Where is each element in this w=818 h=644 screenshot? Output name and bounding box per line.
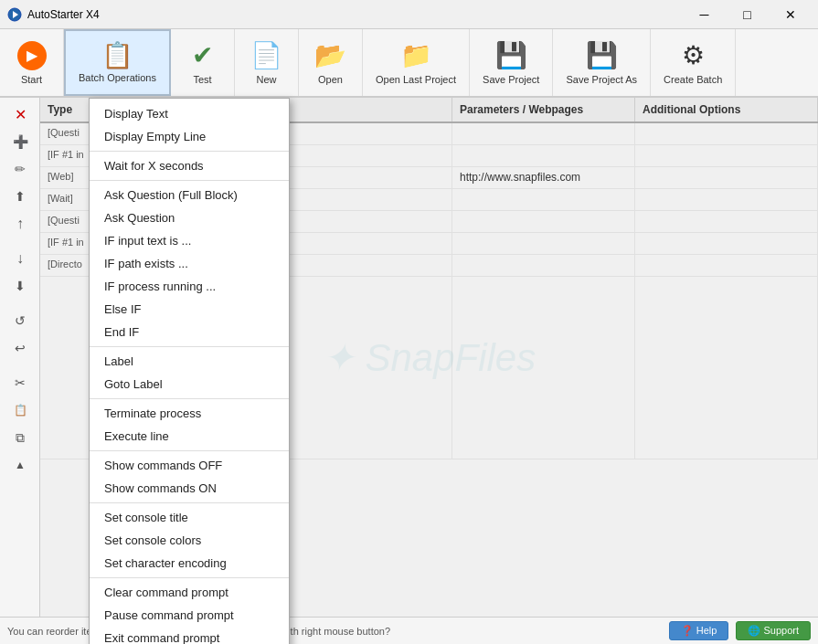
- maximize-button[interactable]: □: [727, 5, 768, 25]
- row-params: [452, 189, 635, 210]
- start-icon: ▶: [17, 41, 47, 70]
- create-batch-label: Create Batch: [664, 74, 722, 85]
- new-button[interactable]: 📄 New: [235, 29, 299, 96]
- paste-button[interactable]: 📋: [4, 397, 37, 423]
- open-last-label: Open Last Project: [376, 74, 456, 85]
- title-bar: AutoStarter X4 ─ □ ✕: [0, 0, 818, 29]
- test-button[interactable]: ✔ Test: [171, 29, 235, 96]
- menu-item-goto-label[interactable]: Goto Label: [90, 373, 289, 396]
- menu-item-wait-x-seconds[interactable]: Wait for X seconds: [90, 154, 289, 177]
- app-icon: [7, 7, 22, 22]
- menu-item-ask-question[interactable]: Ask Question: [90, 206, 289, 229]
- menu-item-exit-command-prompt[interactable]: Exit command prompt: [90, 627, 289, 644]
- support-button[interactable]: 🌐 Support: [736, 621, 811, 640]
- menu-item-if-path-exists[interactable]: IF path exists ...: [90, 252, 289, 275]
- create-batch-button[interactable]: ⚙ Create Batch: [651, 29, 736, 96]
- window-controls: ─ □ ✕: [684, 5, 811, 25]
- row-options: [635, 233, 818, 254]
- row-options: [635, 167, 818, 188]
- delete-row-button[interactable]: ✕: [4, 101, 37, 127]
- row-params: http://www.snapfiles.com: [452, 167, 635, 188]
- clone-button[interactable]: ⧉: [4, 425, 37, 450]
- new-label: New: [256, 74, 276, 85]
- open-last-icon: 📁: [400, 40, 432, 70]
- menu-item-show-commands-off[interactable]: Show commands OFF: [90, 454, 289, 477]
- save-as-button[interactable]: 💾 Save Project As: [553, 29, 651, 96]
- edit-row-button[interactable]: ✏: [4, 156, 37, 182]
- menu-item-display-empty-line[interactable]: Display Empty Line: [90, 125, 289, 148]
- menu-item-terminate-process[interactable]: Terminate process: [90, 402, 289, 425]
- menu-item-set-character-encoding[interactable]: Set character encoding: [90, 552, 289, 575]
- move-bottom-button[interactable]: ⬇: [4, 273, 37, 299]
- row-options: [635, 189, 818, 210]
- menu-item-execute-line[interactable]: Execute line: [90, 425, 289, 448]
- start-button[interactable]: ▶ Start: [0, 29, 64, 96]
- undo-button[interactable]: ↩: [4, 335, 37, 361]
- move-top-button[interactable]: ⬆: [4, 184, 37, 209]
- batch-icon: 📋: [101, 43, 133, 69]
- col-options: Additional Options: [635, 98, 818, 121]
- menu-item-pause-command-prompt[interactable]: Pause command prompt: [90, 604, 289, 627]
- row-params: [452, 123, 635, 144]
- row-params: [452, 255, 635, 276]
- dropdown-menu: Display TextDisplay Empty LineWait for X…: [89, 98, 290, 644]
- save-button[interactable]: 💾 Save Project: [470, 29, 553, 96]
- open-last-button[interactable]: 📁 Open Last Project: [363, 29, 470, 96]
- row-params: [452, 233, 635, 254]
- open-icon: 📂: [314, 40, 346, 70]
- test-label: Test: [193, 74, 211, 85]
- start-label: Start: [21, 74, 42, 85]
- save-as-icon: 💾: [586, 40, 618, 70]
- menu-item-show-commands-on[interactable]: Show commands ON: [90, 477, 289, 500]
- open-button[interactable]: 📂 Open: [299, 29, 363, 96]
- save-as-label: Save Project As: [566, 74, 637, 85]
- batch-operations-button[interactable]: 📋 Batch Operations: [64, 29, 171, 96]
- test-icon: ✔: [192, 40, 213, 70]
- sidebar: ✕ ➕ ✏ ⬆ ↑ ↓ ⬇ ↺ ↩ ✂ 📋 ⧉ ▲: [0, 98, 40, 617]
- row-options: [635, 255, 818, 276]
- row-params: [452, 211, 635, 232]
- menu-item-set-console-title[interactable]: Set console title: [90, 506, 289, 529]
- app-title: AutoStarter X4: [27, 8, 684, 21]
- copy-button[interactable]: ↺: [4, 308, 37, 333]
- row-params: [452, 145, 635, 166]
- row-options: [635, 145, 818, 166]
- row-options: [635, 211, 818, 232]
- save-icon: 💾: [495, 40, 527, 70]
- menu-item-clear-command-prompt[interactable]: Clear command prompt: [90, 581, 289, 604]
- add-row-button[interactable]: ➕: [4, 129, 37, 154]
- cut-button[interactable]: ✂: [4, 370, 37, 396]
- save-label: Save Project: [483, 74, 539, 85]
- menu-item-if-input-text[interactable]: IF input text is ...: [90, 229, 289, 252]
- batch-label: Batch Operations: [79, 72, 156, 83]
- menu-item-display-text[interactable]: Display Text: [90, 102, 289, 125]
- open-label: Open: [318, 74, 343, 85]
- status-right: ❓ Help 🌐 Support: [669, 621, 811, 640]
- menu-item-ask-question-full[interactable]: Ask Question (Full Block): [90, 184, 289, 206]
- create-batch-icon: ⚙: [682, 40, 705, 70]
- move-down-button[interactable]: ↓: [4, 246, 37, 271]
- menu-item-set-console-colors[interactable]: Set console colors: [90, 529, 289, 552]
- close-button[interactable]: ✕: [770, 5, 811, 25]
- help-button[interactable]: ❓ Help: [669, 621, 729, 640]
- minimize-button[interactable]: ─: [684, 5, 725, 25]
- row-options: [635, 123, 818, 144]
- col-params: Parameters / Webpages: [452, 98, 635, 121]
- menu-item-label[interactable]: Label: [90, 350, 289, 373]
- menu-item-end-if[interactable]: End IF: [90, 321, 289, 343]
- toolbar: ▶ Start 📋 Batch Operations ✔ Test 📄 New …: [0, 29, 818, 98]
- menu-item-else-if[interactable]: Else IF: [90, 298, 289, 321]
- move-up-button[interactable]: ↑: [4, 211, 37, 237]
- new-icon: 📄: [250, 40, 282, 70]
- menu-item-if-process-running[interactable]: IF process running ...: [90, 275, 289, 298]
- page-up-button[interactable]: ▲: [4, 452, 37, 478]
